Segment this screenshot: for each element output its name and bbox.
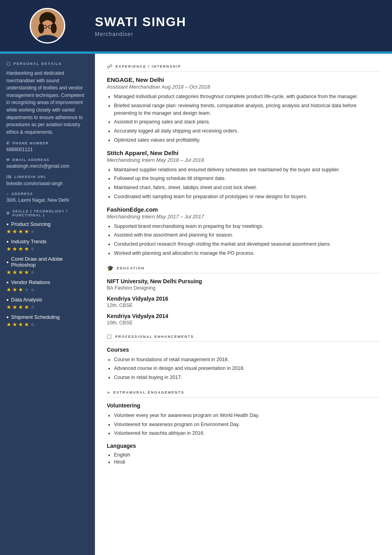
skill-item: Corel Draw and Adobe Photoshop★★★★★ (6, 256, 89, 275)
empty-star: ★ (30, 246, 35, 252)
bio-text: Hardworking and dedicated merchandiser w… (6, 70, 89, 136)
linkedin-label: in Linkedin URL (6, 174, 89, 179)
list-item: Coordinated with sampling team for prepa… (114, 193, 380, 201)
filled-star: ★ (12, 321, 17, 328)
list-item: English (114, 452, 380, 458)
svg-point-7 (38, 23, 44, 33)
address-label: ⌂ Address (6, 192, 89, 196)
experience-section: ☍ EXPERIENCE / INTERNSHIP ENGAGE, New De… (107, 63, 380, 257)
list-item: Volunteer every year for awareness progr… (114, 412, 380, 419)
edu-degree: BA Fashion Designing (107, 285, 380, 291)
professional-section: ☐ PROFESSIONAL ENHANCEMENTS Courses Cour… (107, 333, 380, 381)
education-section: 🎓 EDUCATION NIFT University, New Delhi P… (107, 265, 380, 326)
filled-star: ★ (24, 269, 29, 275)
filled-star: ★ (18, 228, 23, 235)
filled-star: ★ (6, 246, 11, 252)
header-info: SWATI SINGH Merchandiser (95, 15, 380, 37)
skill-item: Product Sourcing★★★★★ (6, 221, 89, 235)
exp-bullets: Managed individual product categories th… (114, 93, 380, 144)
exp-bullets: Maintained supplier relations and ensure… (114, 166, 380, 201)
extramural-icon: + (107, 389, 110, 396)
edu-school: Kendriya Vidyalya 2016 (107, 295, 380, 302)
empty-star: ★ (24, 286, 29, 293)
personal-details-heading: ◯ PERSONAL DETAILS (6, 62, 89, 66)
experience-icon: ☍ (107, 63, 112, 70)
professional-title: PROFESSIONAL ENHANCEMENTS (115, 335, 194, 339)
education-container: NIFT University, New Delhi PursuingBA Fa… (107, 278, 380, 326)
resume-container: SWATI SINGH Merchandiser ◯ PERSONAL DETA… (0, 0, 392, 555)
filled-star: ★ (12, 286, 17, 293)
main-content: ☍ EXPERIENCE / INTERNSHIP ENGAGE, New De… (95, 54, 392, 555)
skill-name: Industry Trends (6, 239, 89, 244)
education-header: 🎓 EDUCATION (107, 265, 380, 273)
experience-header: ☍ EXPERIENCE / INTERNSHIP (107, 63, 380, 72)
list-item: Conducted product research through visit… (114, 241, 380, 248)
list-item: Supported brand merchandising team in pr… (114, 223, 380, 230)
filled-star: ★ (6, 228, 11, 235)
languages-title: Languages (107, 443, 380, 449)
email-icon: ✉ (6, 158, 10, 162)
header-title: Merchandiser (95, 31, 380, 37)
list-item: Volunteered for swachta abhiyan in 2016. (114, 430, 380, 437)
edu-degree: 10th, CBSE (107, 320, 380, 326)
experience-container: ENGAGE, New DelhiAssistant Merchandiser … (107, 76, 380, 257)
skill-stars: ★★★★★ (6, 304, 89, 310)
list-item: Assisted with line assortment and planni… (114, 231, 380, 239)
phone-icon: ✆ (6, 141, 10, 145)
header-left (0, 8, 95, 44)
filled-star: ★ (18, 321, 23, 328)
list-item: Volunteered for awareness program on Env… (114, 421, 380, 428)
filled-star: ★ (18, 304, 23, 310)
list-item: Maintained supplier relations and ensure… (114, 166, 380, 174)
avatar (30, 8, 65, 44)
empty-star: ★ (30, 304, 35, 310)
exp-role: Assistant Merchandiser Aug 2018 – Oct 20… (107, 84, 380, 90)
edu-degree: 12th, CBSE (107, 303, 380, 308)
list-item: Managed individual product categories th… (114, 93, 380, 100)
exp-company: ENGAGE, New Delhi (107, 76, 380, 83)
volunteering-list: Volunteer every year for awareness progr… (114, 412, 380, 437)
education-title: EDUCATION (117, 266, 145, 270)
skill-item: Vendor Relations★★★★★ (6, 279, 89, 293)
skill-item: Data Analysis★★★★★ (6, 297, 89, 310)
email-value: swatisingh.merch@gmail.com (6, 163, 89, 169)
address-value: 30/6, Laxmi Nagar, New Delhi (6, 197, 89, 203)
exp-role: Merchandising Intern May 2018 – Jul 2018 (107, 157, 380, 163)
skill-stars: ★★★★★ (6, 286, 89, 293)
skill-item: Shipment Scheduling★★★★★ (6, 314, 89, 328)
list-item: Worked with planning and allocation to m… (114, 250, 380, 257)
list-item: Course in foundations of retail manageme… (114, 356, 380, 364)
sidebar: ◯ PERSONAL DETAILS Hardworking and dedic… (0, 54, 95, 555)
filled-star: ★ (12, 228, 17, 235)
person-icon: ◯ (6, 62, 11, 66)
courses-list: Course in foundations of retail manageme… (114, 356, 380, 381)
list-item: Assisted in preparing sales and stack pl… (114, 118, 380, 126)
list-item: Accurately logged all daily shipping and… (114, 127, 380, 135)
list-item: Course in retail buying in 2017. (114, 374, 380, 381)
list-item: Briefed seasonal range plan: reviewing t… (114, 102, 380, 117)
skill-name: Vendor Relations (6, 279, 89, 285)
skill-name: Corel Draw and Adobe Photoshop (6, 256, 89, 268)
phone-value: 6888001121 (6, 147, 89, 152)
filled-star: ★ (12, 246, 17, 252)
linkedin-icon: in (6, 174, 12, 179)
exp-bullets: Supported brand merchandising team in pr… (114, 223, 380, 257)
svg-point-8 (51, 23, 57, 33)
skills-heading: ⚙ SKILLS ( TECHNOLOGY / FUNCTIONAL ) (6, 209, 89, 217)
exp-role: Merchandising Intern May 2017 – Jul 2017 (107, 214, 380, 220)
header: SWATI SINGH Merchandiser (0, 0, 392, 51)
filled-star: ★ (24, 246, 29, 252)
filled-star: ★ (6, 286, 11, 293)
filled-star: ★ (12, 269, 17, 275)
skill-name: Product Sourcing (6, 221, 89, 227)
filled-star: ★ (6, 321, 11, 328)
filled-star: ★ (18, 269, 23, 275)
filled-star: ★ (24, 228, 29, 235)
header-name: SWATI SINGH (95, 15, 380, 29)
skill-stars: ★★★★★ (6, 228, 89, 235)
skill-stars: ★★★★★ (6, 269, 89, 275)
list-item: Hindi (114, 459, 380, 465)
phone-label: ✆ Phone Number (6, 141, 89, 145)
list-item: Maintained chart, fabric, sheet, labdips… (114, 184, 380, 191)
list-item: Advanced course in design and visual pre… (114, 365, 380, 372)
